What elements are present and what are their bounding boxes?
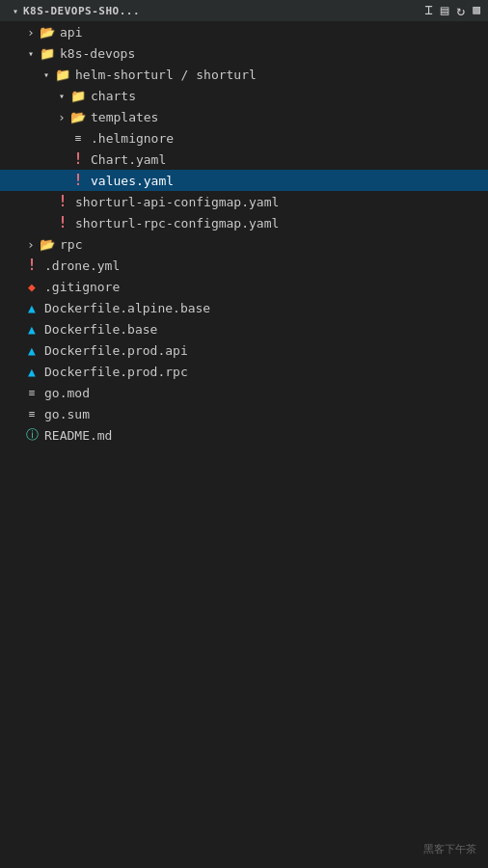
tree-item-rpc[interactable]: 📂 rpc <box>0 233 488 255</box>
file-icon-folder-open: 📁 <box>39 44 56 62</box>
tree-item-charts[interactable]: 📁 charts <box>0 85 488 106</box>
tree-item-shorturl-api-configmap[interactable]: ! shorturl-api-configmap.yaml <box>0 191 488 212</box>
item-label: charts <box>91 89 136 103</box>
collapse-icon[interactable]: ▩ <box>473 2 480 19</box>
tree-item-go-mod[interactable]: ≡ go.mod <box>0 382 488 403</box>
file-icon-folder-open: 📁 <box>69 87 87 104</box>
tree-item-helmignore[interactable]: ≡ .helmignore <box>0 127 488 149</box>
item-label: Dockerfile.alpine.base <box>44 301 210 315</box>
file-spacer <box>54 173 69 188</box>
file-spacer <box>8 385 23 400</box>
root-header[interactable]: K8S-DEVOPS-SHO... ⌶ ▤ ↻ ▩ <box>0 0 488 21</box>
file-icon-folder-closed: 📂 <box>39 23 56 41</box>
file-icon-yaml: ! <box>69 150 87 168</box>
tree-item-api[interactable]: 📂 api <box>0 21 488 42</box>
file-icon-git: ◆ <box>23 278 41 295</box>
item-label: go.sum <box>44 407 90 421</box>
file-spacer <box>39 194 54 209</box>
item-label: shorturl-api-configmap.yaml <box>75 195 279 209</box>
tree-item-gitignore[interactable]: ◆ .gitignore <box>0 276 488 297</box>
tree-item-dockerfile-prod-rpc[interactable]: ▲ Dockerfile.prod.rpc <box>0 361 488 382</box>
file-icon-yaml: ! <box>54 193 71 210</box>
file-spacer <box>8 321 23 337</box>
file-spacer <box>8 406 23 421</box>
item-label: shorturl-rpc-configmap.yaml <box>75 216 279 231</box>
tree-item-dockerfile-base[interactable]: ▲ Dockerfile.base <box>0 318 488 339</box>
tree-container: 📂 api 📁 k8s-devops 📁 helm-shorturl / sho… <box>0 21 488 446</box>
item-label: Dockerfile.base <box>44 322 157 337</box>
new-folder-icon[interactable]: ▤ <box>441 2 448 19</box>
folder-arrow <box>39 67 54 82</box>
item-label: Dockerfile.prod.api <box>44 343 188 358</box>
item-label: k8s-devops <box>60 46 135 61</box>
folder-arrow <box>23 236 39 252</box>
item-label: api <box>60 25 82 40</box>
folder-arrow <box>54 109 69 124</box>
item-label: rpc <box>60 237 82 252</box>
file-icon-docker: ▲ <box>23 363 41 380</box>
root-arrow <box>8 3 23 18</box>
folder-arrow <box>54 88 69 103</box>
tree-item-values-yaml[interactable]: ! values.yaml <box>0 170 488 191</box>
item-label: .helmignore <box>91 131 174 146</box>
folder-arrow <box>23 45 39 61</box>
item-label: Dockerfile.prod.rpc <box>44 365 188 379</box>
file-icon-helm: ≡ <box>69 129 87 147</box>
header-actions: ⌶ ▤ ↻ ▩ <box>424 2 480 19</box>
folder-arrow <box>23 24 39 40</box>
file-spacer <box>54 151 69 167</box>
item-label: .gitignore <box>44 280 120 294</box>
file-spacer <box>39 215 54 231</box>
tree-item-readme[interactable]: ⓘ README.md <box>0 424 488 446</box>
refresh-icon[interactable]: ↻ <box>456 2 465 19</box>
tree-item-helm-shorturl-shorturl[interactable]: 📁 helm-shorturl / shorturl <box>0 64 488 85</box>
root-title: K8S-DEVOPS-SHO... <box>23 5 140 17</box>
file-spacer <box>8 300 23 315</box>
file-icon-yaml: ! <box>69 172 87 189</box>
tree-item-templates[interactable]: 📂 templates <box>0 106 488 127</box>
file-icon-folder-closed: 📂 <box>69 108 87 125</box>
item-label: Chart.yaml <box>91 152 166 167</box>
tree-item-shorturl-rpc-configmap[interactable]: ! shorturl-rpc-configmap.yaml <box>0 212 488 233</box>
item-label: helm-shorturl / shorturl <box>75 68 257 82</box>
file-icon-yaml: ! <box>23 257 41 274</box>
watermark: 黑客下午茶 <box>423 842 476 856</box>
tree-item-chart-yaml[interactable]: ! Chart.yaml <box>0 149 488 170</box>
tree-item-drone-yml[interactable]: ! .drone.yml <box>0 255 488 276</box>
item-label: go.mod <box>44 386 90 400</box>
item-label: values.yaml <box>91 174 174 188</box>
file-icon-go: ≡ <box>23 384 41 401</box>
file-explorer: K8S-DEVOPS-SHO... ⌶ ▤ ↻ ▩ 📂 api 📁 k8s-de… <box>0 0 488 868</box>
file-icon-docker: ▲ <box>23 320 41 338</box>
file-icon-yaml: ! <box>54 214 71 231</box>
tree-item-dockerfile-prod-api[interactable]: ▲ Dockerfile.prod.api <box>0 339 488 361</box>
item-label: .drone.yml <box>44 258 120 273</box>
file-spacer <box>8 427 23 443</box>
file-icon-docker: ▲ <box>23 341 41 359</box>
file-spacer <box>8 364 23 379</box>
file-icon-folder-open: 📁 <box>54 66 71 83</box>
file-icon-go: ≡ <box>23 405 41 422</box>
item-label: README.md <box>44 428 112 443</box>
item-label: templates <box>91 110 158 124</box>
tree-item-k8s-devops[interactable]: 📁 k8s-devops <box>0 42 488 64</box>
tree-item-dockerfile-alpine[interactable]: ▲ Dockerfile.alpine.base <box>0 297 488 318</box>
file-icon-readme: ⓘ <box>23 426 41 444</box>
file-icon-folder-closed: 📂 <box>39 235 56 253</box>
file-spacer <box>54 130 69 146</box>
file-spacer <box>8 258 23 273</box>
new-file-icon[interactable]: ⌶ <box>424 2 432 19</box>
file-icon-docker: ▲ <box>23 299 41 316</box>
tree-item-go-sum[interactable]: ≡ go.sum <box>0 403 488 424</box>
file-spacer <box>8 342 23 358</box>
file-spacer <box>8 279 23 294</box>
